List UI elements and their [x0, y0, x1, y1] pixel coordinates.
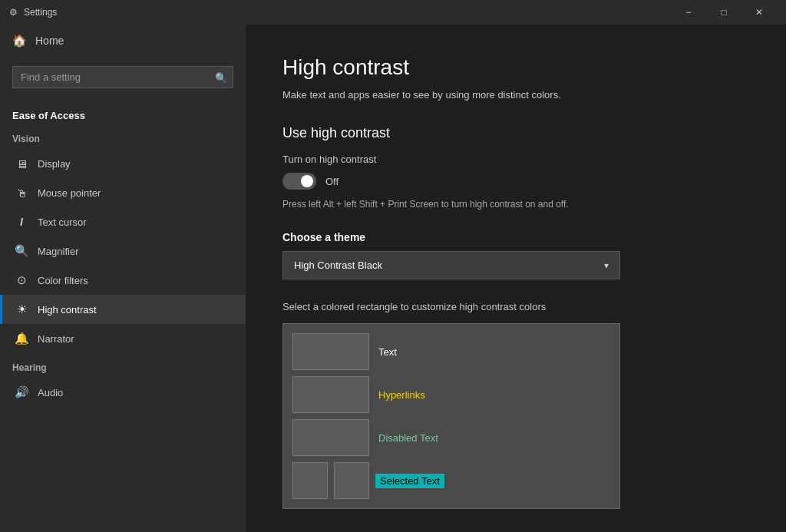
sidebar-item-mouse-pointer[interactable]: 🖱 Mouse pointer: [0, 178, 246, 207]
color-label-hyperlinks: Hyperlinks: [378, 389, 425, 401]
sidebar-item-narrator[interactable]: 🔔 Narrator: [0, 324, 246, 353]
search-input[interactable]: [12, 66, 233, 88]
color-swatch-hyperlinks[interactable]: [292, 376, 369, 413]
high-contrast-toggle[interactable]: [282, 173, 316, 190]
sidebar-item-home[interactable]: 🏠 Home: [0, 25, 246, 57]
sidebar-section-heading: Ease of Access: [0, 97, 246, 124]
hearing-section-label: Hearing: [0, 353, 246, 378]
chevron-down-icon: ▾: [604, 260, 609, 271]
toggle-state-label: Off: [325, 176, 339, 187]
high-contrast-label: High contrast: [38, 304, 97, 316]
main-layout: 🏠 Home 🔍 Ease of Access Vision 🖥 Display…: [0, 25, 786, 532]
color-swatch-selected-1[interactable]: [292, 462, 328, 499]
shortcut-hint: Press left Alt + left Shift + Print Scre…: [282, 199, 749, 210]
title-bar-controls: − □ ✕: [671, 0, 777, 25]
magnifier-label: Magnifier: [38, 246, 78, 257]
search-icon: 🔍: [215, 71, 227, 83]
page-title: High contrast: [282, 55, 749, 80]
toggle-row: Off: [282, 173, 749, 190]
toggle-knob: [301, 175, 313, 187]
sidebar-item-text-cursor[interactable]: I Text cursor: [0, 207, 246, 236]
sidebar-item-high-contrast[interactable]: ☀ High contrast: [0, 295, 246, 324]
narrator-icon: 🔔: [15, 332, 28, 345]
color-row-disabled-text: Disabled Text: [292, 419, 610, 456]
settings-icon: ⚙: [9, 7, 18, 18]
close-button[interactable]: ✕: [741, 0, 777, 25]
mouse-pointer-icon: 🖱: [15, 186, 28, 200]
sidebar-item-color-filters[interactable]: ⊙ Color filters: [0, 266, 246, 295]
title-bar: ⚙ Settings − □ ✕: [0, 0, 786, 25]
audio-icon: 🔊: [15, 385, 28, 399]
audio-label: Audio: [38, 387, 63, 398]
narrator-label: Narrator: [38, 333, 74, 345]
sidebar: 🏠 Home 🔍 Ease of Access Vision 🖥 Display…: [0, 25, 246, 532]
color-row-text: Text: [292, 333, 610, 370]
color-rect-instruction: Select a colored rectangle to customize …: [282, 301, 749, 312]
theme-dropdown-value: High Contrast Black: [294, 259, 382, 271]
sidebar-item-magnifier[interactable]: 🔍 Magnifier: [0, 236, 246, 266]
high-contrast-icon: ☀: [15, 302, 28, 316]
toggle-on-label: Turn on high contrast: [282, 154, 749, 165]
color-row-hyperlinks: Hyperlinks: [292, 376, 610, 413]
content-area: High contrast Make text and apps easier …: [246, 25, 786, 532]
color-swatch-text[interactable]: [292, 333, 369, 370]
minimize-button[interactable]: −: [671, 0, 706, 25]
color-filters-label: Color filters: [38, 275, 88, 286]
vision-section-label: Vision: [0, 124, 246, 149]
sidebar-item-display[interactable]: 🖥 Display: [0, 149, 246, 178]
app-title: Settings: [24, 7, 57, 18]
maximize-button[interactable]: □: [706, 0, 741, 25]
color-swatch-selected-2[interactable]: [334, 462, 369, 499]
text-cursor-label: Text cursor: [38, 216, 87, 228]
color-row-selected-text: Selected Text: [292, 462, 610, 499]
magnifier-icon: 🔍: [15, 244, 28, 258]
theme-dropdown[interactable]: High Contrast Black ▾: [282, 251, 620, 279]
color-filters-icon: ⊙: [15, 273, 28, 287]
use-high-contrast-title: Use high contrast: [282, 125, 749, 141]
home-icon: 🏠: [12, 34, 26, 48]
title-bar-left: ⚙ Settings: [9, 7, 57, 18]
display-icon: 🖥: [15, 157, 28, 170]
text-cursor-icon: I: [15, 215, 28, 229]
choose-theme-label: Choose a theme: [282, 231, 749, 243]
sidebar-item-audio[interactable]: 🔊 Audio: [0, 378, 246, 407]
color-swatch-disabled-text[interactable]: [292, 419, 369, 456]
color-label-disabled-text: Disabled Text: [378, 432, 438, 444]
color-label-text: Text: [378, 346, 397, 358]
color-label-selected-text: Selected Text: [375, 474, 444, 488]
display-label: Display: [38, 158, 71, 170]
mouse-pointer-label: Mouse pointer: [38, 187, 101, 199]
color-grid: Text Hyperlinks Disabled Text Selected T…: [282, 323, 620, 509]
page-subtitle: Make text and apps easier to see by usin…: [282, 89, 749, 101]
home-label: Home: [35, 35, 64, 47]
sidebar-search[interactable]: 🔍: [12, 66, 233, 88]
